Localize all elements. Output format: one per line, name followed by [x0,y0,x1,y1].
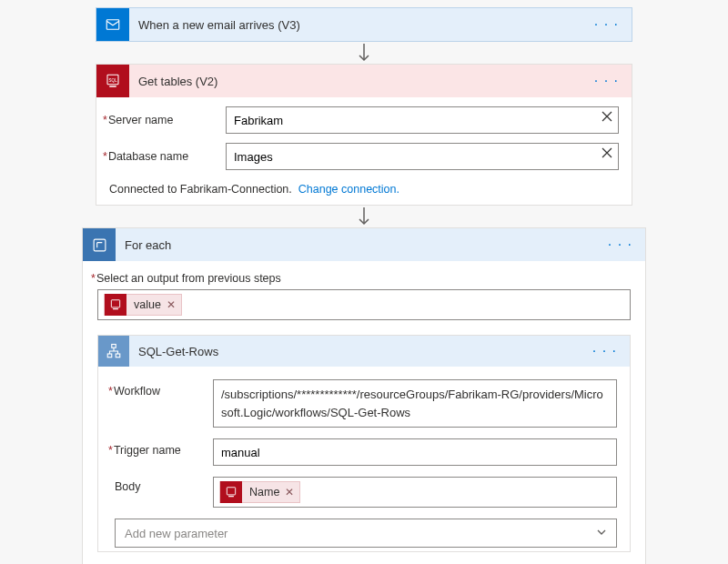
server-name-label: Server name [109,114,226,126]
sql-get-rows-title: SQL-Get-Rows [129,345,587,358]
body-field[interactable]: Name ✕ [213,477,617,508]
clear-icon[interactable] [601,146,613,162]
body-label: Body [115,477,213,493]
add-parameter-label: Add new parameter [125,527,228,540]
svg-rect-4 [94,239,106,251]
token-label: Name [242,486,285,499]
sql-icon [105,294,126,316]
svg-rect-7 [112,345,116,348]
name-token: Name ✕ [219,481,300,503]
sql-get-rows-card: SQL-Get-Rows · · · Workflow /subscriptio… [97,335,631,552]
get-tables-menu-button[interactable]: · · · [589,73,624,89]
database-name-input[interactable] [226,143,619,170]
server-name-input[interactable] [226,106,619,134]
sql-get-rows-menu-button[interactable]: · · · [587,343,622,359]
database-name-label: Database name [109,150,226,163]
for-each-card: For each · · · Select an output from pre… [82,227,646,564]
svg-rect-6 [113,308,118,309]
workflow-label: Workflow [115,379,213,398]
get-tables-card: SQL Get tables (V2) · · · Server name Da… [96,64,632,206]
select-output-field[interactable]: value ✕ [97,289,631,320]
svg-rect-9 [116,354,120,358]
workflow-icon [98,336,129,367]
select-output-label: Select an output from previous steps [97,272,631,285]
sql-icon: SQL [96,65,129,97]
remove-token-icon[interactable]: ✕ [167,298,181,311]
svg-text:SQL: SQL [108,78,117,83]
svg-rect-8 [107,354,112,358]
for-each-menu-button[interactable]: · · · [602,237,638,253]
svg-rect-2 [109,86,116,87]
trigger-name-label: Trigger name [115,438,213,457]
svg-rect-10 [227,488,235,495]
chevron-down-icon [596,527,607,540]
trigger-card: When a new email arrives (V3) · · · [96,7,632,42]
flow-arrow [0,42,728,64]
trigger-menu-button[interactable]: · · · [589,16,624,33]
for-each-title: For each [116,238,602,252]
svg-rect-5 [111,300,119,307]
change-connection-link[interactable]: Change connection. [298,183,399,196]
flow-arrow [0,206,728,227]
value-token: value ✕ [104,294,182,316]
clear-icon[interactable] [601,110,613,126]
svg-rect-0 [106,20,119,30]
get-tables-title: Get tables (V2) [129,75,589,88]
svg-rect-11 [228,496,234,497]
workflow-input[interactable]: /subscriptions/*************/resourceGro… [213,379,617,428]
outlook-icon [96,8,129,41]
sql-icon [220,481,242,503]
connection-text: Connected to Fabrikam-Connection. [109,183,292,196]
trigger-name-input[interactable] [213,438,617,466]
remove-token-icon[interactable]: ✕ [285,486,299,499]
loop-icon [83,228,116,261]
add-parameter-dropdown[interactable]: Add new parameter [115,519,617,548]
token-label: value [126,298,167,311]
trigger-title: When a new email arrives (V3) [129,18,589,32]
